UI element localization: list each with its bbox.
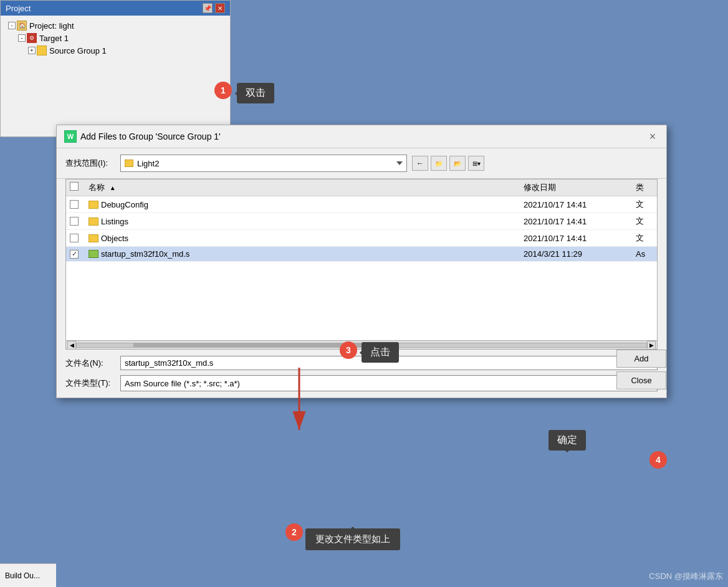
folder-icon-debugconfig [89,201,98,209]
project-titlebar: Project 📌 ✕ [1,1,230,16]
folder-icon-listings [89,217,98,226]
step-4-circle: 4 [649,451,667,469]
type-listings: 文 [632,213,657,229]
file-row-startup[interactable]: ✓ startup_stm32f10x_md.s 2014/3/21 11:29… [66,247,657,262]
project-icon: 🏠 [17,21,27,31]
folder-dropdown[interactable]: Light2 [120,155,407,172]
file-list-header: 名称 ▲ 修改日期 类 [66,179,657,196]
tooltip-change-type: 更改文件类型如上 [305,528,400,550]
file-list-area: 名称 ▲ 修改日期 类 DebugConfig 2021/10/17 14:41… [65,179,658,341]
tree-item-target[interactable]: - ⚙ Target 1 [3,32,228,44]
dialog-toolbar: 查找范围(I): Light2 ← 📁 📂 ⊞▾ [57,148,666,179]
tree-item-project[interactable]: - 🏠 Project: light [3,19,228,32]
checkbox-debugconfig[interactable] [70,200,79,209]
type-debugconfig: 文 [632,196,657,212]
toolbar-buttons: ← 📁 📂 ⊞▾ [412,156,484,171]
filetype-label: 文件类型(T): [65,378,115,389]
add-button[interactable]: Add [616,350,666,368]
dialog-title-left: W Add Files to Group 'Source Group 1' [64,130,221,143]
folder-up-button[interactable]: 📁 [431,156,447,171]
date-listings: 2021/10/17 14:41 [520,214,632,229]
file-name-startup: startup_stm32f10x_md.s [101,249,189,259]
dialog-action-buttons: Add Close [616,350,666,389]
header-checkbox-col [66,179,85,196]
back-button[interactable]: ← [412,156,428,171]
file-name-debugconfig: DebugConfig [101,200,148,209]
close-button[interactable]: Close [616,371,666,389]
panel-close-icon[interactable]: ✕ [215,3,225,13]
file-row-objects[interactable]: Objects 2021/10/17 14:41 文 [66,230,657,247]
header-type-col: 类 [632,179,657,196]
project-panel: Project 📌 ✕ - 🏠 Project: light - ⚙ Targe… [0,0,231,137]
checkbox-objects[interactable] [70,234,79,242]
pin-icon[interactable]: 📌 [203,3,213,13]
header-name-col: 名称 ▲ [85,179,520,196]
file-row-listings[interactable]: Listings 2021/10/17 14:41 文 [66,213,657,230]
dialog-title: Add Files to Group 'Source Group 1' [80,131,221,141]
folder-icon-objects [89,234,98,242]
file-name-objects: Objects [101,234,128,243]
header-checkbox[interactable] [70,182,79,191]
type-startup: As [632,247,657,261]
dialog-titlebar: W Add Files to Group 'Source Group 1' × [57,125,666,148]
tooltip-confirm: 确定 [548,430,586,451]
expand-source-group[interactable]: + [28,47,36,54]
step-3-circle: 3 [340,341,357,359]
sort-arrow: ▲ [110,184,116,191]
build-output-tab[interactable]: Build Ou... [0,563,56,587]
search-range-label: 查找范围(I): [65,158,115,169]
date-objects: 2021/10/17 14:41 [520,231,632,246]
scrollbar-thumb[interactable] [133,343,362,347]
watermark: CSDN @摸峰淋露东 [649,571,723,582]
filename-label: 文件名(N): [65,358,115,369]
project-tree: - 🏠 Project: light - ⚙ Target 1 + Source… [1,16,230,60]
file-name-listings: Listings [101,217,128,226]
file-row-debugconfig[interactable]: DebugConfig 2021/10/17 14:41 文 [66,196,657,213]
tooltip-click: 点击 [362,342,399,363]
folder-icon [125,160,133,167]
date-debugconfig: 2021/10/17 14:41 [520,198,632,212]
new-folder-button[interactable]: 📂 [449,156,466,171]
scroll-right-button[interactable]: ▶ [647,341,656,350]
view-button[interactable]: ⊞▾ [468,156,484,171]
step-1-circle: 1 [214,82,232,99]
current-folder-label: Light2 [137,159,159,168]
source-group-label: Source Group 1 [49,46,107,55]
project-title: Project [6,4,31,13]
scroll-left-button[interactable]: ◀ [67,341,76,350]
target-icon: ⚙ [27,33,37,43]
target-label: Target 1 [39,34,69,43]
filetype-row: 文件类型(T): Asm Source file (*.s*; *.src; *… [65,375,658,391]
tooltip-double-click: 双击 [237,83,274,103]
type-objects: 文 [632,230,657,246]
build-output-label: Build Ou... [5,571,40,580]
step-2-circle: 2 [285,523,303,541]
date-startup: 2014/3/21 11:29 [520,247,632,261]
source-group-folder-icon [37,45,47,55]
file-icon-startup [89,250,98,258]
project-label: Project: light [29,21,74,31]
dialog-app-icon: W [64,130,77,143]
expand-project[interactable]: - [8,22,16,29]
header-date-col: 修改日期 [520,179,632,196]
folder-dropdown-arrow [396,161,403,165]
filetype-select[interactable]: Asm Source file (*.s*; *.src; *.a*) [120,375,658,391]
checkbox-startup[interactable]: ✓ [70,250,79,259]
checkbox-listings[interactable] [70,217,79,226]
filetype-value: Asm Source file (*.s*; *.src; *.a*) [125,379,240,388]
dialog-close-button[interactable]: × [646,130,659,143]
titlebar-icons: 📌 ✕ [203,3,225,13]
expand-target[interactable]: - [18,34,26,42]
tree-item-source-group[interactable]: + Source Group 1 [3,44,228,57]
